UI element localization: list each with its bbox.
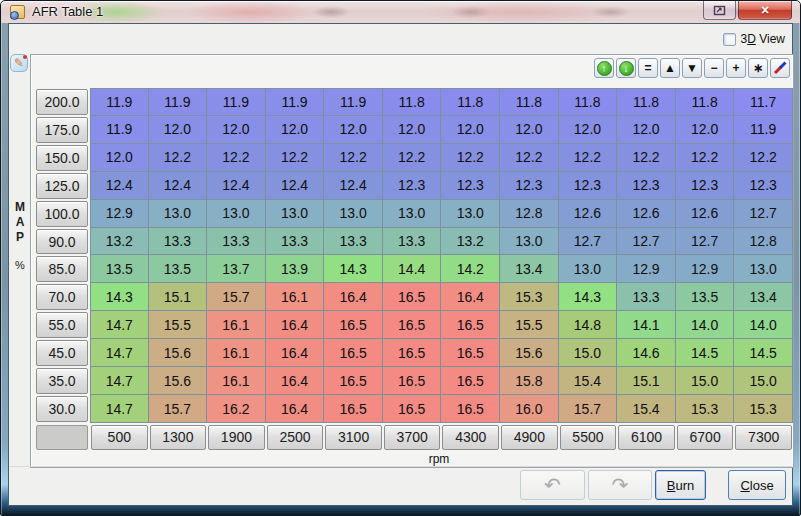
map-bin-175.0[interactable]: 175.0	[36, 117, 88, 143]
afr-cell[interactable]: 13.0	[383, 200, 442, 228]
edit-table-icon[interactable]: ✎	[10, 54, 28, 72]
map-bin-85.0[interactable]: 85.0	[36, 256, 88, 282]
map-bin-70.0[interactable]: 70.0	[36, 284, 88, 310]
afr-cell[interactable]: 14.2	[441, 255, 500, 283]
afr-cell[interactable]: 14.3	[90, 283, 149, 311]
afr-cell[interactable]: 15.0	[676, 367, 735, 395]
afr-cell[interactable]: 12.3	[734, 172, 793, 200]
afr-cell[interactable]: 15.7	[559, 395, 618, 423]
afr-cell[interactable]: 12.2	[617, 144, 676, 172]
afr-cell[interactable]: 13.0	[441, 200, 500, 228]
afr-cell[interactable]: 16.5	[324, 395, 383, 423]
afr-cell[interactable]: 15.8	[500, 367, 559, 395]
afr-cell[interactable]: 15.1	[149, 283, 208, 311]
afr-cell[interactable]: 11.9	[207, 88, 266, 116]
afr-cell[interactable]: 13.0	[149, 200, 208, 228]
rpm-bin-7300[interactable]: 7300	[735, 425, 792, 450]
maximize-button[interactable]	[703, 1, 736, 20]
afr-cell[interactable]: 11.8	[441, 88, 500, 116]
afr-cell[interactable]: 12.3	[559, 172, 618, 200]
map-bin-100.0[interactable]: 100.0	[36, 201, 88, 227]
afr-cell[interactable]: 12.0	[207, 116, 266, 144]
rpm-bin-1900[interactable]: 1900	[208, 425, 265, 450]
afr-cell[interactable]: 12.7	[676, 228, 735, 256]
afr-cell[interactable]: 15.0	[559, 339, 618, 367]
afr-cell[interactable]: 12.0	[559, 116, 618, 144]
undo-button[interactable]: ↶	[520, 470, 585, 500]
map-bin-150.0[interactable]: 150.0	[36, 145, 88, 171]
afr-cell[interactable]: 16.1	[266, 283, 325, 311]
burn-button[interactable]: Burn	[655, 470, 706, 500]
afr-cell[interactable]: 16.5	[383, 339, 442, 367]
afr-cell[interactable]: 13.0	[734, 255, 793, 283]
afr-cell[interactable]: 16.5	[383, 283, 442, 311]
afr-cell[interactable]: 12.2	[266, 144, 325, 172]
afr-cell[interactable]: 13.4	[500, 255, 559, 283]
afr-cell[interactable]: 13.2	[90, 228, 149, 256]
afr-cell[interactable]: 12.6	[676, 200, 735, 228]
afr-cell[interactable]: 14.7	[90, 339, 149, 367]
afr-cell[interactable]: 14.0	[676, 311, 735, 339]
afr-cell[interactable]: 11.8	[676, 88, 735, 116]
afr-cell[interactable]: 14.8	[559, 311, 618, 339]
afr-cell[interactable]: 12.0	[441, 116, 500, 144]
afr-cell[interactable]: 15.3	[734, 395, 793, 423]
afr-cell[interactable]: 13.4	[734, 283, 793, 311]
rpm-bin-4300[interactable]: 4300	[442, 425, 499, 450]
afr-cell[interactable]: 12.3	[441, 172, 500, 200]
map-bin-35.0[interactable]: 35.0	[36, 368, 88, 394]
afr-cell[interactable]: 12.2	[734, 144, 793, 172]
afr-cell[interactable]: 13.2	[441, 228, 500, 256]
set-equal-button[interactable]: =	[638, 58, 658, 78]
rpm-bin-5500[interactable]: 5500	[560, 425, 617, 450]
afr-cell[interactable]: 15.1	[617, 367, 676, 395]
table-send-up-button[interactable]: ↑	[594, 58, 614, 78]
afr-cell[interactable]: 12.4	[266, 172, 325, 200]
close-window-button[interactable]: ×	[738, 1, 792, 20]
afr-cell[interactable]: 12.0	[383, 116, 442, 144]
afr-cell[interactable]: 16.1	[207, 339, 266, 367]
afr-cell[interactable]: 16.2	[207, 395, 266, 423]
decrement-button[interactable]: ▼	[682, 58, 702, 78]
close-button[interactable]: Close	[728, 470, 786, 500]
afr-cell[interactable]: 13.3	[383, 228, 442, 256]
afr-cell[interactable]: 16.5	[383, 311, 442, 339]
afr-cell[interactable]: 16.5	[383, 395, 442, 423]
pencil-button[interactable]	[770, 58, 790, 78]
afr-cell[interactable]: 12.4	[324, 172, 383, 200]
afr-cell[interactable]: 11.9	[324, 88, 383, 116]
afr-cell[interactable]: 12.6	[617, 200, 676, 228]
redo-button[interactable]: ↷	[588, 470, 652, 500]
afr-cell[interactable]: 15.7	[149, 395, 208, 423]
afr-cell[interactable]: 15.6	[149, 367, 208, 395]
afr-cell[interactable]: 12.2	[676, 144, 735, 172]
afr-cell[interactable]: 16.5	[383, 367, 442, 395]
afr-cell[interactable]: 15.7	[207, 283, 266, 311]
afr-cell[interactable]: 16.5	[441, 395, 500, 423]
afr-cell[interactable]: 12.8	[500, 200, 559, 228]
afr-cell[interactable]: 12.4	[207, 172, 266, 200]
afr-cell[interactable]: 15.4	[617, 395, 676, 423]
afr-cell[interactable]: 16.5	[441, 367, 500, 395]
afr-cell[interactable]: 16.4	[324, 283, 383, 311]
afr-cell[interactable]: 12.2	[149, 144, 208, 172]
afr-cell[interactable]: 15.3	[676, 395, 735, 423]
afr-cell[interactable]: 12.3	[383, 172, 442, 200]
rpm-bin-500[interactable]: 500	[91, 425, 148, 450]
afr-cell[interactable]: 12.0	[676, 116, 735, 144]
afr-cell[interactable]: 11.9	[266, 88, 325, 116]
afr-cell[interactable]: 14.6	[617, 339, 676, 367]
afr-cell[interactable]: 16.5	[324, 311, 383, 339]
afr-cell[interactable]: 12.9	[90, 200, 149, 228]
afr-cell[interactable]: 16.5	[324, 367, 383, 395]
afr-cell[interactable]: 12.0	[90, 144, 149, 172]
add-button[interactable]: +	[726, 58, 746, 78]
afr-cell[interactable]: 16.4	[266, 395, 325, 423]
increment-button[interactable]: ▲	[660, 58, 680, 78]
afr-cell[interactable]: 14.0	[734, 311, 793, 339]
afr-cell[interactable]: 13.5	[149, 255, 208, 283]
map-bin-200.0[interactable]: 200.0	[36, 89, 88, 115]
afr-cell[interactable]: 12.2	[441, 144, 500, 172]
afr-cell[interactable]: 15.3	[500, 283, 559, 311]
rpm-bin-1300[interactable]: 1300	[150, 425, 207, 450]
